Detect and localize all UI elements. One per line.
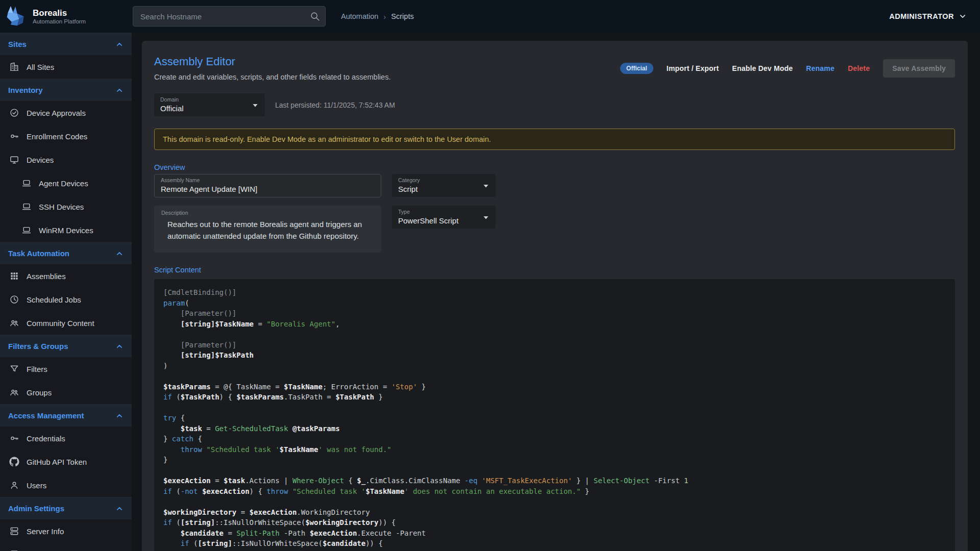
category-select-label: Category <box>398 177 476 183</box>
sidebar-item-label: Server Info <box>27 527 64 536</box>
type-select[interactable]: Type PowerShell Script <box>392 206 496 229</box>
code-line: ) <box>163 361 946 371</box>
chevron-down-icon <box>958 11 968 21</box>
brand-subtitle: Automation Platform <box>33 18 86 24</box>
type-select-label: Type <box>398 209 476 215</box>
overview-section-label: Overview <box>154 163 955 171</box>
code-line: $taskParams = @{ TaskName = $TaskName; E… <box>163 382 946 392</box>
enable-dev-mode-button[interactable]: Enable Dev Mode <box>732 64 793 72</box>
panel-header: Assembly Editor Create and edit variable… <box>154 55 955 81</box>
assembly-name-input[interactable] <box>161 185 375 193</box>
person-icon <box>9 480 19 490</box>
sidebar-section-task-automation[interactable]: Task Automation <box>0 242 132 264</box>
search-input[interactable] <box>133 6 326 27</box>
sidebar-item-all-sites[interactable]: All Sites <box>0 55 132 79</box>
chevron-up-icon <box>114 341 125 352</box>
brand[interactable]: Borealis Automation Platform <box>0 5 132 28</box>
user-menu[interactable]: ADMINISTRATOR <box>889 11 968 21</box>
devices-icon <box>9 155 19 165</box>
code-line: param( <box>163 298 946 309</box>
sidebar-section-sites[interactable]: Sites <box>0 33 132 55</box>
save-assembly-button[interactable]: Save Assembly <box>883 59 955 78</box>
sidebar-item-github-api-token[interactable]: GitHub API Token <box>0 450 132 473</box>
sidebar-item-label: Assemblies <box>27 272 66 281</box>
sidebar-item-scheduled-jobs[interactable]: Scheduled Jobs <box>0 288 132 311</box>
caret-down-icon <box>480 212 492 223</box>
assembly-name-field[interactable]: Assembly Name <box>154 174 381 197</box>
assembly-editor-panel: Assembly Editor Create and edit variable… <box>142 41 968 551</box>
code-line <box>163 496 946 507</box>
sidebar-item-assemblies[interactable]: Assemblies <box>0 264 132 288</box>
sidebar-section-access-management[interactable]: Access Management <box>0 404 132 427</box>
sidebar-item-server-info[interactable]: Server Info <box>0 519 132 543</box>
laptop-icon <box>21 225 32 235</box>
sidebar-item-winrm-devices[interactable]: WinRM Devices <box>0 218 132 242</box>
user-menu-label: ADMINISTRATOR <box>889 12 954 20</box>
code-line: $task = Get-ScheduledTask @taskParams <box>163 423 946 434</box>
sidebar-section-label: Task Automation <box>8 249 69 258</box>
code-line <box>163 465 946 476</box>
github-icon <box>9 457 19 467</box>
page-title: Assembly Editor <box>154 55 390 68</box>
borealis-logo-icon <box>5 5 28 28</box>
grid-icon <box>9 271 19 281</box>
building-icon <box>9 62 19 72</box>
sidebar-item-credentials[interactable]: Credentials <box>0 427 132 450</box>
code-line: $workingDirectory = $execAction.WorkingD… <box>163 507 946 518</box>
code-line: throw "Scheduled task '$TaskName' was no… <box>163 444 946 455</box>
category-select[interactable]: Category Script <box>392 174 496 197</box>
code-line: } <box>163 455 946 465</box>
description-field[interactable]: Description Reaches out to the remote Bo… <box>154 206 381 253</box>
sidebar-item-label: Credentials <box>27 434 65 443</box>
import-export-button[interactable]: Import / Export <box>667 64 719 72</box>
breadcrumb-separator-icon: › <box>383 12 386 21</box>
sidebar-item-agent-devices[interactable]: Agent Devices <box>0 171 132 195</box>
sidebar-item-filters[interactable]: Filters <box>0 357 132 381</box>
sidebar-item-log-management[interactable]: Log Management <box>0 543 132 551</box>
code-line: try { <box>163 413 946 423</box>
script-editor[interactable]: [CmdletBinding()]param( [Parameter()] [s… <box>154 279 955 551</box>
sidebar-item-devices[interactable]: Devices <box>0 148 132 171</box>
readonly-warning-banner: This domain is read-only. Enable Dev Mod… <box>154 129 955 150</box>
code-line: $execAction = $task.Actions | Where-Obje… <box>163 475 946 486</box>
sidebar-item-label: Agent Devices <box>39 179 88 188</box>
code-line: if (-not $execAction) { throw "Scheduled… <box>163 486 946 497</box>
description-text: Reaches out to the remote Borealis agent… <box>161 219 369 242</box>
sidebar-item-enrollment-codes[interactable]: Enrollment Codes <box>0 124 132 148</box>
code-line: [string]$TaskName = "Borealis Agent", <box>163 319 946 330</box>
search-icon <box>309 11 321 22</box>
sidebar-item-ssh-devices[interactable]: SSH Devices <box>0 195 132 218</box>
sidebar-section-inventory[interactable]: Inventory <box>0 79 132 101</box>
domain-select[interactable]: Domain Official <box>154 93 265 116</box>
sidebar-item-community-content[interactable]: Community Content <box>0 311 132 335</box>
sidebar-item-label: Filters <box>27 365 47 373</box>
chevron-up-icon <box>114 39 125 49</box>
sidebar-section-admin-settings[interactable]: Admin Settings <box>0 497 132 519</box>
breadcrumb-scripts: Scripts <box>391 12 413 20</box>
people-icon <box>9 318 19 328</box>
server-icon <box>9 526 19 536</box>
sidebar-section-label: Admin Settings <box>8 504 64 513</box>
breadcrumb-automation[interactable]: Automation <box>341 12 378 20</box>
sidebar-item-device-approvals[interactable]: Device Approvals <box>0 101 132 124</box>
breadcrumb: Automation › Scripts <box>341 12 414 21</box>
last-persisted-text: Last persisted: 11/1/2025, 7:52:43 AM <box>275 101 395 109</box>
script-content-section-label: Script Content <box>154 266 955 274</box>
code-line: [string]$TaskPath <box>163 350 946 361</box>
sidebar-item-label: SSH Devices <box>39 203 84 211</box>
filter-icon <box>9 364 19 374</box>
caret-down-icon <box>250 99 261 111</box>
sidebar-section-filters-groups[interactable]: Filters & Groups <box>0 335 132 357</box>
main-content: Assembly Editor Create and edit variable… <box>132 33 980 551</box>
chevron-up-icon <box>114 504 125 514</box>
rename-button[interactable]: Rename <box>806 64 835 72</box>
sidebar-item-label: Device Approvals <box>27 109 86 117</box>
clock-icon <box>9 294 19 305</box>
description-label: Description <box>161 210 374 216</box>
chevron-up-icon <box>114 411 125 421</box>
key-icon <box>9 433 19 443</box>
sidebar-item-users[interactable]: Users <box>0 473 132 497</box>
delete-button[interactable]: Delete <box>848 64 870 72</box>
sidebar-item-groups[interactable]: Groups <box>0 381 132 404</box>
code-line: [CmdletBinding()] <box>163 287 946 298</box>
